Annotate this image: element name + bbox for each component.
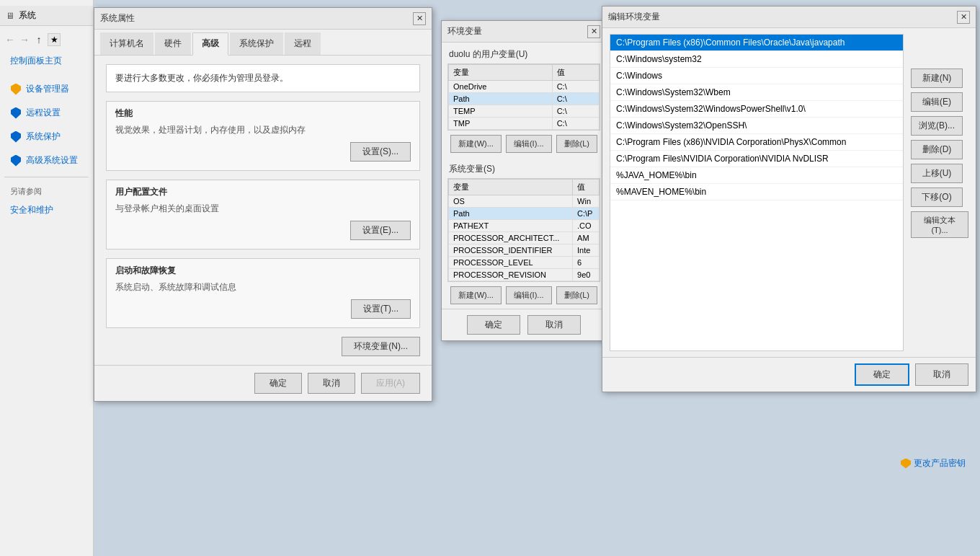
- edit-env-item-1[interactable]: C:\Windows\system32: [610, 51, 903, 68]
- user-var-name-temp: TEMP: [449, 105, 553, 118]
- env-vars-close-btn[interactable]: ✕: [587, 25, 600, 38]
- system-titlebar: 🖥 系统: [0, 6, 93, 26]
- sys-var-row-path[interactable]: Path C:\P: [449, 208, 600, 220]
- edit-env-new-btn[interactable]: 新建(N): [911, 69, 963, 88]
- user-vars-table-container: 变量 值 OneDrive C:\ Path C:\ TEMP C:\: [447, 63, 600, 131]
- sys-var-row-os[interactable]: OS Win: [449, 195, 600, 208]
- sys-vars-delete-btn[interactable]: 删除(L): [556, 286, 597, 304]
- edit-env-up-btn[interactable]: 上移(U): [911, 164, 963, 183]
- sys-vars-btn-row: 新建(W)... 编辑(I)... 删除(L): [442, 282, 606, 309]
- startup-recovery-desc: 系统启动、系统故障和调试信息: [115, 281, 411, 294]
- env-vars-footer: 确定 取消: [442, 309, 606, 340]
- user-vars-delete-btn[interactable]: 删除(L): [556, 135, 597, 153]
- shield-yellow-icon: [10, 84, 22, 95]
- system-title: 系统: [19, 9, 36, 22]
- user-var-row-temp[interactable]: TEMP C:\: [449, 105, 600, 118]
- user-var-name-tmp: TMP: [449, 118, 553, 130]
- sys-var-name-os: OS: [449, 195, 573, 208]
- edit-env-item-3[interactable]: C:\Windows\System32\Wbem: [610, 84, 903, 101]
- env-vars-btn[interactable]: 环境变量(N)...: [342, 337, 420, 356]
- edit-env-delete-btn[interactable]: 删除(D): [911, 140, 963, 159]
- sys-var-val-proc-level: 6: [573, 257, 600, 269]
- user-vars-header-val: 值: [552, 65, 599, 81]
- system-props-cancel-btn[interactable]: 取消: [308, 373, 355, 394]
- system-props-ok-btn[interactable]: 确定: [254, 373, 302, 394]
- edit-env-titlebar: 编辑环境变量 ✕: [602, 6, 976, 28]
- sys-vars-header-val: 值: [573, 180, 600, 195]
- sys-vars-new-btn[interactable]: 新建(W)...: [450, 286, 502, 304]
- user-var-row-path[interactable]: Path C:\: [449, 93, 600, 105]
- sidebar-home-link[interactable]: 控制面板主页: [4, 50, 89, 71]
- user-var-row-onedrive[interactable]: OneDrive C:\: [449, 81, 600, 93]
- edit-env-edit-btn[interactable]: 编辑(E): [911, 92, 963, 112]
- sidebar-divider: [4, 177, 89, 177]
- edit-env-ok-btn[interactable]: 确定: [855, 363, 909, 386]
- sys-vars-table-container: 变量 值 OS Win Path C:\P PATHEXT .CO: [447, 178, 600, 282]
- nav-back[interactable]: ←: [4, 34, 16, 45]
- performance-label: 性能: [115, 107, 411, 120]
- edit-env-item-2[interactable]: C:\Windows: [610, 68, 903, 84]
- sidebar-nav: 设备管理器 远程设置 系统保护 高级系统设置: [4, 79, 89, 171]
- sys-var-name-proc-arch: PROCESSOR_ARCHITECT...: [449, 232, 573, 244]
- change-product-key[interactable]: 更改产品密钥: [901, 457, 966, 469]
- sys-vars-edit-btn[interactable]: 编辑(I)...: [506, 286, 552, 304]
- section-startup-recovery: 启动和故障恢复 系统启动、系统故障和调试信息 设置(T)...: [106, 258, 420, 328]
- sys-var-row-proc-rev[interactable]: PROCESSOR_REVISION 9e0: [449, 269, 600, 281]
- tab-advanced[interactable]: 高级: [192, 32, 228, 56]
- user-vars-header-var: 变量: [449, 65, 553, 81]
- favorites-icon[interactable]: ★: [48, 33, 61, 46]
- user-profile-settings-btn[interactable]: 设置(E)...: [350, 221, 411, 240]
- edit-env-item-7[interactable]: C:\Program Files\NVIDIA Corporation\NVID…: [610, 151, 903, 167]
- edit-env-item-5[interactable]: C:\Windows\System32\OpenSSH\: [610, 118, 903, 134]
- user-var-val-temp: C:\: [552, 105, 599, 118]
- sidebar-label-device-manager: 设备管理器: [26, 83, 69, 95]
- edit-env-cancel-btn[interactable]: 取消: [915, 363, 968, 386]
- user-vars-edit-btn[interactable]: 编辑(I)...: [506, 135, 552, 153]
- sys-var-row-pathext[interactable]: PATHEXT .CO: [449, 220, 600, 232]
- edit-env-close-btn[interactable]: ✕: [957, 11, 970, 24]
- edit-env-browse-btn[interactable]: 浏览(B)...: [911, 116, 963, 136]
- edit-env-item-4[interactable]: C:\Windows\System32\WindowsPowerShell\v1…: [610, 101, 903, 118]
- tab-computer-name[interactable]: 计算机名: [100, 32, 153, 55]
- user-vars-new-btn[interactable]: 新建(W)...: [450, 135, 502, 153]
- tab-system-protection[interactable]: 系统保护: [230, 32, 283, 55]
- sidebar-item-device-manager[interactable]: 设备管理器: [4, 79, 89, 100]
- section-performance: 性能 视觉效果，处理器计划，内存使用，以及虚拟内存 设置(S)...: [106, 101, 420, 171]
- sidebar-item-remote[interactable]: 远程设置: [4, 102, 89, 123]
- env-vars-dialog: 环境变量 ✕ duolu 的用户变量(U) 变量 值 OneDrive C:\ …: [441, 20, 607, 341]
- sys-var-name-path: Path: [449, 208, 573, 220]
- sys-var-row-proc-level[interactable]: PROCESSOR_LEVEL 6: [449, 257, 600, 269]
- edit-env-dialog: 编辑环境变量 ✕ C:\Program Files (x86)\Common F…: [602, 6, 976, 392]
- nav-forward[interactable]: →: [19, 34, 30, 45]
- sidebar-item-advanced[interactable]: 高级系统设置: [4, 150, 89, 171]
- edit-env-body: C:\Program Files (x86)\Common Files\Orac…: [602, 34, 976, 351]
- edit-env-item-8[interactable]: %JAVA_HOME%\bin: [610, 167, 903, 184]
- system-props-close-btn[interactable]: ✕: [413, 12, 426, 25]
- user-profile-label: 用户配置文件: [115, 186, 411, 198]
- system-props-title: 系统属性: [100, 12, 135, 25]
- nav-up[interactable]: ↑: [33, 34, 45, 45]
- sys-var-name-pathext: PATHEXT: [449, 220, 573, 232]
- tabs-bar: 计算机名 硬件 高级 系统保护 远程: [94, 30, 432, 56]
- tab-hardware[interactable]: 硬件: [155, 32, 191, 55]
- edit-env-item-0[interactable]: C:\Program Files (x86)\Common Files\Orac…: [610, 35, 903, 51]
- sidebar-item-system-protection[interactable]: 系统保护: [4, 126, 89, 147]
- env-vars-cancel-btn[interactable]: 取消: [527, 315, 581, 335]
- admin-notice: 要进行大多数更改，你必须作为管理员登录。: [106, 64, 420, 92]
- user-var-row-tmp[interactable]: TMP C:\: [449, 118, 600, 130]
- tab-remote[interactable]: 远程: [285, 32, 321, 55]
- edit-env-list[interactable]: C:\Program Files (x86)\Common Files\Orac…: [610, 34, 904, 351]
- edit-env-edit-text-btn[interactable]: 编辑文本(T)...: [911, 211, 968, 238]
- edit-env-item-6[interactable]: C:\Program Files (x86)\NVIDIA Corporatio…: [610, 134, 903, 151]
- sys-var-row-proc-id[interactable]: PROCESSOR_IDENTIFIER Inte: [449, 244, 600, 257]
- system-props-apply-btn[interactable]: 应用(A): [361, 373, 420, 394]
- sys-var-row-proc-arch[interactable]: PROCESSOR_ARCHITECT... AM: [449, 232, 600, 244]
- performance-settings-btn[interactable]: 设置(S)...: [350, 142, 411, 162]
- sys-vars-label: 系统变量(S): [442, 157, 606, 178]
- startup-recovery-settings-btn[interactable]: 设置(T)...: [351, 299, 411, 319]
- edit-env-down-btn[interactable]: 下移(O): [911, 187, 963, 207]
- user-var-name-onedrive: OneDrive: [449, 81, 553, 93]
- sidebar-security-link[interactable]: 安全和维护: [4, 200, 89, 221]
- edit-env-item-9[interactable]: %MAVEN_HOME%\bin: [610, 184, 903, 200]
- env-vars-ok-btn[interactable]: 确定: [467, 315, 520, 335]
